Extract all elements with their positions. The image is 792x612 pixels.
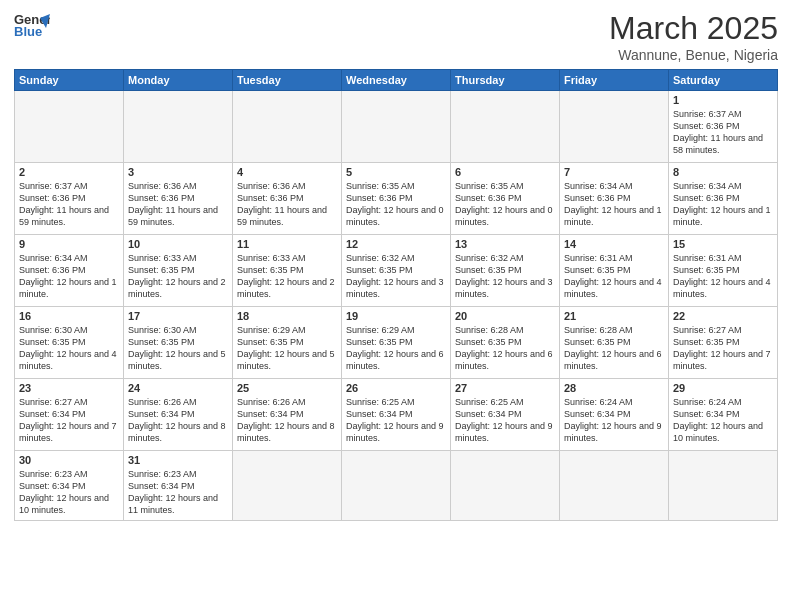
day-number: 11 [237,238,337,250]
header: General Blue March 2025 Wannune, Benue, … [14,10,778,63]
day-number: 7 [564,166,664,178]
day-number: 9 [19,238,119,250]
svg-text:Blue: Blue [14,24,42,39]
table-row: 26Sunrise: 6:25 AM Sunset: 6:34 PM Dayli… [342,379,451,451]
table-row: 14Sunrise: 6:31 AM Sunset: 6:35 PM Dayli… [560,235,669,307]
day-number: 24 [128,382,228,394]
day-info: Sunrise: 6:35 AM Sunset: 6:36 PM Dayligh… [455,180,555,229]
table-row [233,451,342,521]
day-number: 6 [455,166,555,178]
day-number: 17 [128,310,228,322]
table-row: 13Sunrise: 6:32 AM Sunset: 6:35 PM Dayli… [451,235,560,307]
generalblue-logo-icon: General Blue [14,10,50,40]
day-info: Sunrise: 6:34 AM Sunset: 6:36 PM Dayligh… [673,180,773,229]
day-header-row: Sunday Monday Tuesday Wednesday Thursday… [15,70,778,91]
day-info: Sunrise: 6:30 AM Sunset: 6:35 PM Dayligh… [19,324,119,373]
col-saturday: Saturday [669,70,778,91]
table-row [451,91,560,163]
day-number: 13 [455,238,555,250]
day-info: Sunrise: 6:23 AM Sunset: 6:34 PM Dayligh… [128,468,228,517]
table-row: 22Sunrise: 6:27 AM Sunset: 6:35 PM Dayli… [669,307,778,379]
day-number: 10 [128,238,228,250]
day-number: 27 [455,382,555,394]
day-number: 20 [455,310,555,322]
table-row [15,91,124,163]
table-row: 1Sunrise: 6:37 AM Sunset: 6:36 PM Daylig… [669,91,778,163]
day-number: 1 [673,94,773,106]
day-number: 21 [564,310,664,322]
day-number: 8 [673,166,773,178]
table-row: 25Sunrise: 6:26 AM Sunset: 6:34 PM Dayli… [233,379,342,451]
day-info: Sunrise: 6:27 AM Sunset: 6:35 PM Dayligh… [673,324,773,373]
day-info: Sunrise: 6:36 AM Sunset: 6:36 PM Dayligh… [237,180,337,229]
day-info: Sunrise: 6:34 AM Sunset: 6:36 PM Dayligh… [19,252,119,301]
table-row: 30Sunrise: 6:23 AM Sunset: 6:34 PM Dayli… [15,451,124,521]
day-info: Sunrise: 6:28 AM Sunset: 6:35 PM Dayligh… [455,324,555,373]
day-number: 22 [673,310,773,322]
day-number: 2 [19,166,119,178]
table-row: 29Sunrise: 6:24 AM Sunset: 6:34 PM Dayli… [669,379,778,451]
table-row: 6Sunrise: 6:35 AM Sunset: 6:36 PM Daylig… [451,163,560,235]
day-number: 4 [237,166,337,178]
logo: General Blue [14,10,50,40]
table-row: 23Sunrise: 6:27 AM Sunset: 6:34 PM Dayli… [15,379,124,451]
table-row: 28Sunrise: 6:24 AM Sunset: 6:34 PM Dayli… [560,379,669,451]
day-number: 15 [673,238,773,250]
day-number: 23 [19,382,119,394]
day-info: Sunrise: 6:26 AM Sunset: 6:34 PM Dayligh… [237,396,337,445]
day-info: Sunrise: 6:32 AM Sunset: 6:35 PM Dayligh… [455,252,555,301]
day-number: 19 [346,310,446,322]
day-info: Sunrise: 6:24 AM Sunset: 6:34 PM Dayligh… [673,396,773,445]
table-row [451,451,560,521]
table-row [669,451,778,521]
day-number: 25 [237,382,337,394]
table-row: 8Sunrise: 6:34 AM Sunset: 6:36 PM Daylig… [669,163,778,235]
table-row: 17Sunrise: 6:30 AM Sunset: 6:35 PM Dayli… [124,307,233,379]
month-year: March 2025 [609,10,778,47]
table-row: 10Sunrise: 6:33 AM Sunset: 6:35 PM Dayli… [124,235,233,307]
table-row [342,451,451,521]
table-row: 5Sunrise: 6:35 AM Sunset: 6:36 PM Daylig… [342,163,451,235]
day-info: Sunrise: 6:30 AM Sunset: 6:35 PM Dayligh… [128,324,228,373]
table-row [233,91,342,163]
day-info: Sunrise: 6:31 AM Sunset: 6:35 PM Dayligh… [673,252,773,301]
table-row: 27Sunrise: 6:25 AM Sunset: 6:34 PM Dayli… [451,379,560,451]
col-friday: Friday [560,70,669,91]
col-wednesday: Wednesday [342,70,451,91]
table-row: 7Sunrise: 6:34 AM Sunset: 6:36 PM Daylig… [560,163,669,235]
day-number: 3 [128,166,228,178]
day-info: Sunrise: 6:25 AM Sunset: 6:34 PM Dayligh… [346,396,446,445]
table-row: 18Sunrise: 6:29 AM Sunset: 6:35 PM Dayli… [233,307,342,379]
day-number: 26 [346,382,446,394]
table-row [342,91,451,163]
table-row [560,91,669,163]
table-row: 15Sunrise: 6:31 AM Sunset: 6:35 PM Dayli… [669,235,778,307]
day-info: Sunrise: 6:32 AM Sunset: 6:35 PM Dayligh… [346,252,446,301]
day-info: Sunrise: 6:27 AM Sunset: 6:34 PM Dayligh… [19,396,119,445]
day-info: Sunrise: 6:29 AM Sunset: 6:35 PM Dayligh… [237,324,337,373]
calendar: Sunday Monday Tuesday Wednesday Thursday… [14,69,778,521]
table-row [124,91,233,163]
day-info: Sunrise: 6:25 AM Sunset: 6:34 PM Dayligh… [455,396,555,445]
day-number: 28 [564,382,664,394]
col-sunday: Sunday [15,70,124,91]
day-number: 12 [346,238,446,250]
table-row: 24Sunrise: 6:26 AM Sunset: 6:34 PM Dayli… [124,379,233,451]
day-number: 14 [564,238,664,250]
table-row: 19Sunrise: 6:29 AM Sunset: 6:35 PM Dayli… [342,307,451,379]
day-info: Sunrise: 6:36 AM Sunset: 6:36 PM Dayligh… [128,180,228,229]
table-row: 9Sunrise: 6:34 AM Sunset: 6:36 PM Daylig… [15,235,124,307]
day-info: Sunrise: 6:35 AM Sunset: 6:36 PM Dayligh… [346,180,446,229]
table-row: 4Sunrise: 6:36 AM Sunset: 6:36 PM Daylig… [233,163,342,235]
location: Wannune, Benue, Nigeria [609,47,778,63]
day-info: Sunrise: 6:24 AM Sunset: 6:34 PM Dayligh… [564,396,664,445]
day-info: Sunrise: 6:37 AM Sunset: 6:36 PM Dayligh… [19,180,119,229]
day-info: Sunrise: 6:37 AM Sunset: 6:36 PM Dayligh… [673,108,773,157]
day-info: Sunrise: 6:31 AM Sunset: 6:35 PM Dayligh… [564,252,664,301]
table-row: 3Sunrise: 6:36 AM Sunset: 6:36 PM Daylig… [124,163,233,235]
day-info: Sunrise: 6:26 AM Sunset: 6:34 PM Dayligh… [128,396,228,445]
day-info: Sunrise: 6:33 AM Sunset: 6:35 PM Dayligh… [237,252,337,301]
day-number: 5 [346,166,446,178]
table-row: 20Sunrise: 6:28 AM Sunset: 6:35 PM Dayli… [451,307,560,379]
day-number: 16 [19,310,119,322]
